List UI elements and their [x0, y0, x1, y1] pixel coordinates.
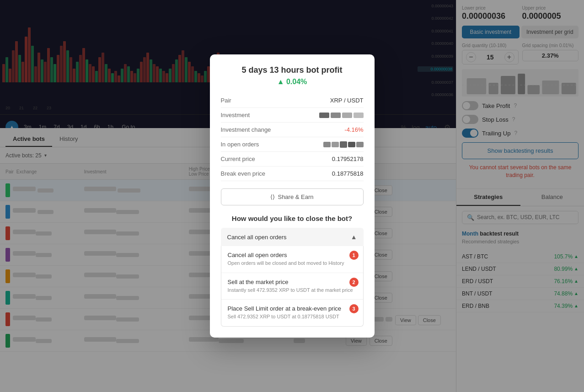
chevron-up-icon: ▲ — [351, 233, 357, 241]
modal-row-breakeven: Break even price 0.18775818 — [221, 166, 364, 181]
pair-value: XRP / USDT — [330, 97, 364, 104]
option-desc-3: Sell 472.9352 XRP to USDT at 0.18775818 … — [228, 313, 357, 320]
ord-bar — [356, 142, 364, 147]
investment-change-value: -4.16% — [344, 126, 363, 133]
share-icon: ⟨⟩ — [270, 193, 275, 200]
modal-overlay[interactable]: 5 days 13 hours bot profit 0.04% Pair XR… — [0, 0, 584, 392]
close-option-2[interactable]: 2 Sell at the market price Instantly sel… — [221, 273, 363, 300]
modal-row-current-price: Current price 0.17952178 — [221, 152, 364, 166]
option-badge-1: 1 — [349, 251, 359, 260]
option-badge-2: 2 — [349, 278, 359, 287]
share-earn-button[interactable]: ⟨⟩ Share & Earn — [221, 188, 364, 205]
modal-title: 5 days 13 hours bot profit — [221, 65, 364, 75]
breakeven-label: Break even price — [221, 170, 266, 177]
inv-bar — [319, 113, 329, 118]
ord-bar — [348, 142, 355, 147]
close-options-list: 1 Cancel all open orders Open orders wil… — [221, 246, 364, 326]
option-title-2: Sell at the market price — [228, 279, 357, 285]
orders-bars — [323, 141, 364, 148]
ord-bar — [332, 142, 339, 147]
pair-label: Pair — [221, 97, 231, 104]
close-option-1[interactable]: 1 Cancel all open orders Open orders wil… — [221, 246, 363, 273]
ord-bar — [340, 141, 347, 148]
modal-row-investment-change: Investment change -4.16% — [221, 123, 364, 137]
close-header-label: Cancel all open orders — [227, 234, 287, 241]
modal-row-pair: Pair XRP / USDT — [221, 93, 364, 108]
option-title-1: Cancel all open orders — [228, 252, 357, 258]
open-orders-label: In open orders — [221, 141, 259, 148]
investment-label: Investment — [221, 112, 250, 118]
current-price-value: 0.17952178 — [332, 156, 364, 162]
option-desc-2: Instantly sell 472.9352 XRP to USDT at t… — [228, 287, 357, 294]
investment-bars — [319, 113, 364, 118]
close-section-title: How would you like to close the bot? — [221, 215, 364, 222]
investment-change-label: Investment change — [221, 126, 271, 133]
inv-bar — [331, 113, 341, 118]
option-title-3: Place Sell Limit order at a break-even p… — [228, 305, 357, 312]
modal-row-investment: Investment — [221, 108, 364, 123]
option-desc-1: Open orders will be closed and bot moved… — [228, 260, 357, 267]
modal-dialog: 5 days 13 hours bot profit 0.04% Pair XR… — [210, 54, 375, 337]
close-option-header[interactable]: Cancel all open orders ▲ — [221, 228, 364, 246]
breakeven-value: 0.18775818 — [332, 170, 364, 177]
current-price-label: Current price — [221, 156, 255, 162]
inv-bar — [354, 113, 364, 118]
option-badge-3: 3 — [349, 304, 359, 313]
modal-profit: 0.04% — [221, 78, 364, 86]
ord-bar — [323, 142, 331, 147]
close-option-3[interactable]: 3 Place Sell Limit order at a break-even… — [221, 300, 363, 326]
modal-row-open-orders: In open orders — [221, 137, 364, 152]
inv-bar — [342, 113, 352, 118]
